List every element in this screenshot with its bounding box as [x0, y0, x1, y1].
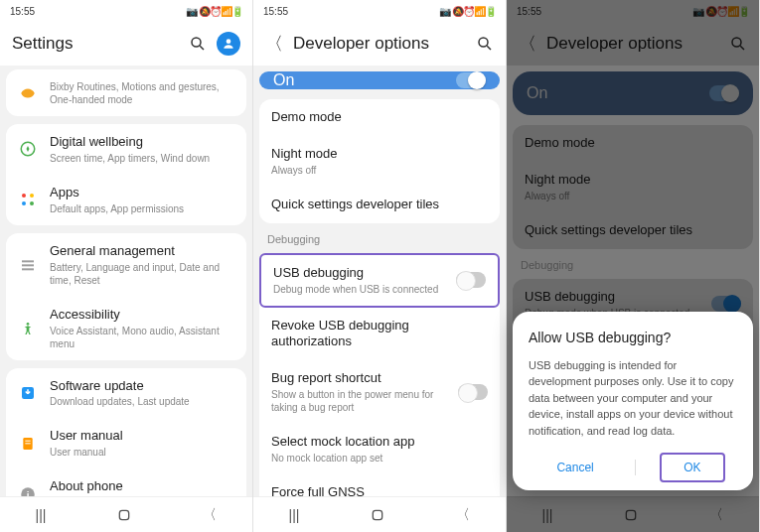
nav-home[interactable] [116, 507, 132, 523]
dev-item-usb-debugging[interactable]: USB debuggingDebug mode when USB is conn… [259, 253, 500, 308]
dialog-screen: 15:55 📷 🔕⏰📶🔋 〈 Developer options On Demo… [507, 0, 760, 532]
dialog-actions: Cancel OK [529, 453, 737, 482]
svg-point-6 [22, 201, 26, 205]
svg-rect-18 [120, 510, 129, 519]
settings-screen: 15:55 📷 🔕⏰📶🔋 Settings Bixby Routines, Mo… [0, 0, 253, 532]
wellbeing-icon [18, 139, 38, 159]
svg-point-11 [27, 323, 30, 326]
update-icon [18, 383, 38, 403]
general-icon [18, 255, 38, 275]
settings-item-general[interactable]: General managementBattery, Language and … [6, 233, 246, 297]
search-icon[interactable] [189, 35, 207, 53]
nav-recents[interactable]: ||| [36, 507, 47, 523]
svg-point-0 [192, 38, 201, 47]
svg-text:i: i [27, 489, 30, 496]
settings-list: Bixby Routines, Motions and gestures, On… [0, 66, 252, 496]
section-debugging: Debugging [253, 227, 506, 249]
nav-bar: ||| 〈 [253, 496, 506, 532]
manual-icon [18, 434, 38, 454]
svg-point-5 [30, 194, 34, 198]
svg-point-2 [227, 39, 231, 44]
developer-options-screen: 15:55 📷 🔕⏰📶🔋 〈 Developer options On Demo… [253, 0, 507, 532]
usb-toggle[interactable] [456, 272, 486, 288]
nav-back[interactable]: 〈 [203, 506, 217, 524]
dev-item-night[interactable]: Night modeAlways off [259, 136, 500, 187]
dev-options-list: On Demo mode Night modeAlways off Quick … [253, 66, 506, 496]
svg-rect-21 [374, 510, 382, 519]
status-time: 15:55 [10, 6, 35, 17]
divider [635, 460, 636, 475]
svg-point-7 [30, 201, 34, 205]
master-toggle[interactable]: On [259, 71, 500, 89]
search-icon[interactable] [476, 35, 494, 53]
svg-line-20 [487, 46, 491, 50]
usb-debugging-dialog: Allow USB debugging? USB debugging is in… [513, 312, 753, 491]
status-bar: 15:55 📷 🔕⏰📶🔋 [253, 0, 506, 22]
dev-item-demo[interactable]: Demo mode [259, 99, 500, 136]
nav-back[interactable]: 〈 [456, 506, 470, 524]
page-title: Developer options [293, 34, 466, 54]
bugreport-toggle[interactable] [458, 384, 488, 400]
apps-icon [18, 190, 38, 209]
svg-point-19 [479, 38, 488, 47]
dev-item-revoke[interactable]: Revoke USB debugging authorizations [259, 308, 500, 361]
nav-home[interactable] [370, 507, 385, 523]
profile-avatar[interactable] [217, 32, 240, 56]
info-icon: i [18, 484, 38, 496]
svg-line-1 [200, 46, 204, 50]
nav-recents[interactable]: ||| [289, 507, 300, 523]
accessibility-icon [18, 319, 38, 338]
dev-item-bugreport[interactable]: Bug report shortcutShow a button in the … [259, 360, 500, 424]
header: 〈 Developer options [253, 22, 506, 66]
page-title: Settings [12, 34, 179, 54]
svg-rect-9 [22, 264, 34, 266]
back-icon[interactable]: 〈 [265, 32, 283, 56]
settings-item-accessibility[interactable]: AccessibilityVoice Assistant, Mono audio… [6, 297, 246, 360]
bixby-icon [18, 83, 38, 103]
dev-item-mock[interactable]: Select mock location appNo mock location… [259, 424, 500, 474]
dev-item-gnss[interactable]: Force full GNSS measurementsTrack all GN… [259, 474, 500, 496]
ok-button[interactable]: OK [660, 453, 724, 482]
status-bar: 15:55 📷 🔕⏰📶🔋 [0, 0, 252, 22]
settings-item-software[interactable]: Software updateDownload updates, Last up… [6, 368, 246, 419]
settings-item-about[interactable]: i About phoneStatus, Legal information, … [6, 468, 246, 496]
header: Settings [0, 22, 252, 66]
status-icons: 📷 🔕⏰📶🔋 [186, 6, 242, 17]
svg-rect-10 [22, 268, 34, 270]
settings-item-manual[interactable]: User manualUser manual [6, 418, 246, 468]
settings-item-apps[interactable]: AppsDefault apps, App permissions [6, 175, 246, 225]
dialog-body: USB debugging is intended for developmen… [529, 357, 737, 440]
settings-item-wellbeing[interactable]: Digital wellbeingScreen time, App timers… [6, 124, 246, 175]
nav-bar: ||| 〈 [0, 496, 252, 532]
svg-point-4 [22, 194, 26, 198]
dev-item-tiles[interactable]: Quick settings developer tiles [259, 187, 500, 223]
settings-item-bixby[interactable]: Bixby Routines, Motions and gestures, On… [6, 69, 246, 116]
svg-rect-15 [25, 443, 30, 444]
svg-rect-8 [22, 260, 34, 262]
toggle-on-icon [456, 72, 486, 88]
svg-rect-14 [25, 441, 30, 442]
dialog-title: Allow USB debugging? [529, 330, 737, 345]
cancel-button[interactable]: Cancel [540, 453, 609, 482]
